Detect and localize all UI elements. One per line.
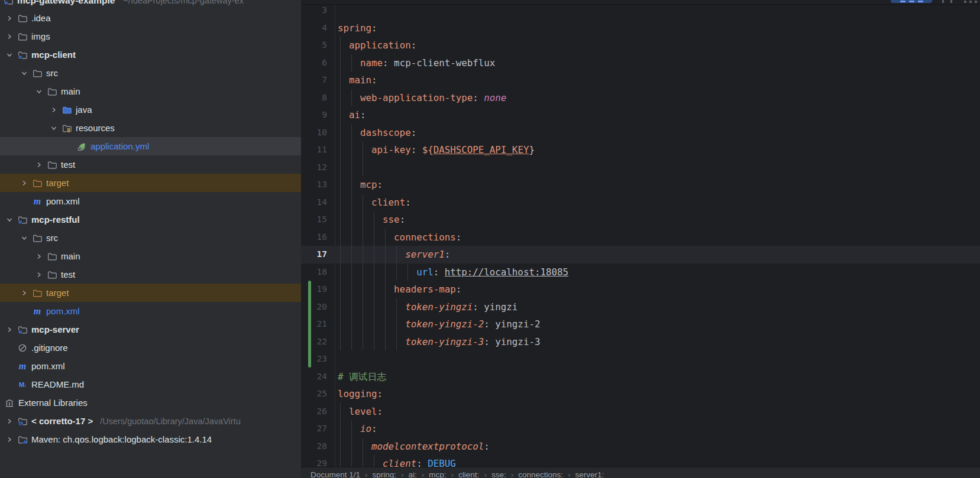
- tree-row[interactable]: External Libraries: [0, 394, 301, 412]
- tree-row[interactable]: mcp-restful: [0, 210, 301, 229]
- tree-row[interactable]: mpom.xml: [0, 302, 301, 320]
- chevron-down-icon[interactable]: [49, 123, 62, 133]
- run-configuration-chip[interactable]: [891, 0, 932, 3]
- chevron-right-icon[interactable]: [34, 252, 47, 261]
- code-line[interactable]: 22 token-yingzi-3: yingzi-3: [301, 333, 980, 351]
- code-line[interactable]: 16 connections:: [301, 229, 980, 246]
- chevron-down-icon[interactable]: [20, 69, 33, 78]
- code-line[interactable]: 26 level:: [301, 403, 980, 421]
- line-number[interactable]: 18: [301, 264, 327, 281]
- tree-row[interactable]: target: [0, 174, 301, 192]
- breadcrumb-item[interactable]: client:: [458, 470, 479, 478]
- line-number[interactable]: 5: [301, 37, 327, 54]
- line-number[interactable]: 19: [301, 281, 327, 298]
- line-number[interactable]: 27: [301, 420, 327, 438]
- code-line[interactable]: 9 ai:: [301, 106, 980, 124]
- line-number[interactable]: 28: [301, 438, 327, 456]
- tree-row[interactable]: mcp-client: [0, 45, 301, 64]
- code-line[interactable]: 25logging:: [301, 385, 980, 403]
- code-line[interactable]: 5 application:: [301, 37, 980, 54]
- code-line[interactable]: 20 token-yingzi: yingzi: [301, 298, 980, 316]
- code-line[interactable]: 6 name: mcp-client-webflux: [301, 54, 980, 72]
- editor-pane[interactable]: 34spring:5 application:6 name: mcp-clien…: [301, 0, 980, 478]
- line-number[interactable]: 24: [301, 368, 327, 386]
- code-line[interactable]: 23: [301, 350, 980, 368]
- line-number[interactable]: 25: [301, 385, 327, 403]
- chevron-down-icon[interactable]: [34, 87, 47, 96]
- chevron-right-icon[interactable]: [5, 325, 18, 334]
- code-line[interactable]: 15 sse:: [301, 211, 980, 229]
- code-line[interactable]: 10 dashscope:: [301, 124, 980, 142]
- tree-row[interactable]: src: [0, 229, 301, 247]
- tree-row[interactable]: mpom.xml: [0, 192, 301, 210]
- chevron-right-icon[interactable]: [34, 160, 47, 170]
- line-number[interactable]: 8: [301, 89, 327, 107]
- line-number[interactable]: 20: [301, 298, 327, 316]
- tree-row[interactable]: mpom.xml: [0, 357, 301, 375]
- line-number[interactable]: 26: [301, 403, 327, 421]
- chevron-right-icon[interactable]: [5, 32, 18, 41]
- line-number[interactable]: 7: [301, 71, 327, 89]
- chevron-right-icon[interactable]: [20, 178, 33, 188]
- tree-row[interactable]: .gitignore: [0, 339, 301, 357]
- project-title-row[interactable]: mcp-gateway-example ~/IdeaProjects/mcp-g…: [0, 0, 301, 9]
- line-number[interactable]: 13: [301, 176, 327, 194]
- tree-row[interactable]: mcp-server: [0, 320, 301, 339]
- code-line[interactable]: 8 web-application-type: none: [301, 89, 980, 107]
- line-number[interactable]: 23: [301, 350, 327, 368]
- chevron-down-icon[interactable]: [5, 50, 18, 60]
- chevron-down-icon[interactable]: [5, 215, 18, 225]
- line-number[interactable]: 15: [301, 211, 327, 229]
- breadcrumb-item[interactable]: ai:: [409, 470, 417, 478]
- line-number[interactable]: 4: [301, 19, 327, 37]
- chevron-down-icon[interactable]: [20, 233, 33, 243]
- tree-row[interactable]: main: [0, 247, 301, 265]
- more-options-icon[interactable]: [964, 1, 977, 3]
- tree-row[interactable]: application.yml: [0, 137, 301, 155]
- code-line[interactable]: 13 mcp:: [301, 176, 980, 194]
- code-line[interactable]: 27 io:: [301, 420, 980, 438]
- tree-row[interactable]: main: [0, 82, 301, 100]
- line-number[interactable]: 21: [301, 316, 327, 333]
- chevron-right-icon[interactable]: [5, 417, 18, 426]
- tree-row[interactable]: resources: [0, 119, 301, 137]
- chevron-right-icon[interactable]: [20, 288, 33, 298]
- line-number[interactable]: 22: [301, 333, 327, 351]
- line-number[interactable]: 17: [301, 246, 327, 264]
- tree-row[interactable]: test: [0, 155, 301, 174]
- code-area[interactable]: 34spring:5 application:6 name: mcp-clien…: [301, 2, 980, 473]
- tree-row[interactable]: Maven: ch.qos.logback:logback-classic:1.…: [0, 430, 301, 448]
- line-number[interactable]: 16: [301, 229, 327, 246]
- tree-row[interactable]: test: [0, 265, 301, 284]
- chevron-right-icon[interactable]: [5, 14, 18, 23]
- code-line[interactable]: 18 url: http://localhost:18085: [301, 264, 980, 281]
- tree-row[interactable]: target: [0, 284, 301, 302]
- tree-row[interactable]: java: [0, 100, 301, 119]
- code-line[interactable]: 7 main:: [301, 71, 980, 89]
- line-number[interactable]: 14: [301, 194, 327, 212]
- breadcrumb-item[interactable]: server1:: [575, 470, 604, 478]
- chevron-right-icon[interactable]: [5, 435, 18, 444]
- breadcrumb-item[interactable]: spring:: [373, 470, 397, 478]
- tree-row[interactable]: imgs: [0, 27, 301, 45]
- code-line[interactable]: 19 headers-map:: [301, 281, 980, 298]
- code-line[interactable]: 4spring:: [301, 19, 980, 37]
- code-line[interactable]: 17 server1:: [301, 246, 980, 264]
- chevron-right-icon[interactable]: [34, 270, 47, 279]
- code-line[interactable]: 14 client:: [301, 194, 980, 212]
- tree-row[interactable]: src: [0, 64, 301, 82]
- chevron-right-icon[interactable]: [49, 105, 62, 115]
- line-number[interactable]: 9: [301, 106, 327, 124]
- breadcrumb-item[interactable]: sse:: [491, 470, 506, 478]
- tree-row[interactable]: .idea: [0, 9, 301, 27]
- code-line[interactable]: 12: [301, 159, 980, 177]
- tree-row[interactable]: < corretto-17 >/Users/guotao/Library/Jav…: [0, 412, 301, 430]
- code-line[interactable]: 24# 调试日志: [301, 368, 980, 386]
- line-number[interactable]: 11: [301, 141, 327, 159]
- code-line[interactable]: 11 api-key: ${DASHSCOPE_API_KEY}: [301, 141, 980, 159]
- tree-row[interactable]: M↓README.md: [0, 375, 301, 394]
- line-number[interactable]: 12: [301, 159, 327, 177]
- line-number[interactable]: 10: [301, 124, 327, 142]
- code-line[interactable]: 21 token-yingzi-2: yingzi-2: [301, 316, 980, 333]
- breadcrumb-item[interactable]: connections:: [518, 470, 563, 478]
